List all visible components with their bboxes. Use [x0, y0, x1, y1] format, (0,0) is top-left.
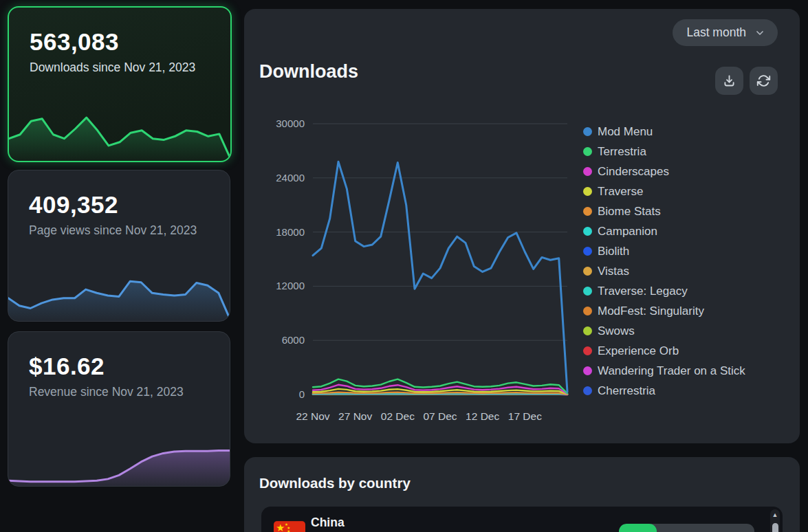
china-flag-icon: ★ ★ ★ ★ ★ [274, 521, 305, 532]
legend-label: Swows [598, 324, 635, 338]
legend-label: Biolith [598, 245, 629, 258]
x-axis-label: 02 Dec [381, 410, 415, 423]
x-axis-label: 27 Nov [338, 410, 372, 423]
legend-item-biolith[interactable]: Biolith [583, 241, 745, 261]
y-axis-label: 12000 [256, 280, 305, 291]
legend-dot [583, 207, 592, 216]
legend-dot [583, 247, 592, 256]
scroll-up-button[interactable]: ▲ [770, 511, 780, 518]
legend-dot [583, 386, 592, 395]
legend-item-modfest-singularity[interactable]: ModFest: Singularity [583, 301, 745, 321]
date-range-selector[interactable]: Last month [673, 19, 778, 46]
legend-item-terrestria[interactable]: Terrestria [583, 142, 745, 162]
country-list-scrollbar[interactable]: ▲ [770, 509, 780, 532]
export-chart-button[interactable] [715, 67, 743, 95]
country-name: China [311, 516, 345, 530]
legend-item-traverse-legacy[interactable]: Traverse: Legacy [583, 281, 745, 301]
legend-item-cinderscapes[interactable]: Cinderscapes [583, 162, 745, 181]
svg-text:★: ★ [276, 523, 285, 532]
x-axis-label: 12 Dec [466, 410, 499, 423]
legend-dot [583, 326, 592, 335]
x-axis-label: 17 Dec [508, 410, 542, 423]
legend-dot [583, 366, 592, 375]
downloads-line-chart[interactable] [313, 124, 567, 395]
legend-label: Traverse: Legacy [598, 285, 688, 298]
legend-label: Experience Orb [598, 344, 679, 358]
y-axis-label: 30000 [256, 118, 305, 129]
legend-item-wandering-trader-on-a-stick[interactable]: Wandering Trader on a Stick [583, 361, 745, 381]
country-download-bar-fill [619, 524, 657, 532]
refresh-chart-button[interactable] [750, 67, 778, 95]
page-views-sparkline [8, 270, 230, 321]
legend-dot [583, 147, 592, 156]
legend-dot [583, 287, 592, 296]
sparkline-area [9, 118, 230, 161]
downloads-total-value: 563,083 [30, 28, 230, 56]
x-axis-label: 22 Nov [296, 410, 329, 423]
y-axis-label: 0 [256, 388, 305, 400]
legend-label: Terrestria [598, 145, 646, 159]
legend-label: Traverse [598, 185, 643, 199]
country-download-bar [619, 524, 754, 532]
page-views-label: Page views since Nov 21, 2023 [29, 223, 206, 239]
country-row-china: ★ ★ ★ ★ ★ China [261, 507, 769, 532]
legend-label: Cinderscapes [598, 165, 669, 179]
legend-item-cherrestria[interactable]: Cherrestria [583, 381, 745, 401]
sparkline-area [8, 281, 230, 321]
legend-item-campanion[interactable]: Campanion [583, 221, 745, 241]
chart-legend: Mod MenuTerrestriaCinderscapesTraverseBi… [583, 122, 745, 401]
downloads-by-country-panel: Downloads by country ★ ★ ★ ★ ★ China ▲ [244, 457, 800, 532]
legend-label: Biome Stats [598, 205, 661, 219]
legend-dot [583, 127, 592, 136]
downloads-total-label: Downloads since Nov 21, 2023 [30, 60, 207, 76]
legend-dot [583, 307, 592, 315]
chevron-down-icon [754, 27, 765, 38]
legend-label: Campanion [598, 225, 657, 239]
legend-dot [583, 167, 592, 176]
country-panel-title: Downloads by country [259, 475, 411, 491]
download-icon [722, 74, 736, 88]
legend-dot [583, 346, 592, 355]
legend-item-biome-stats[interactable]: Biome Stats [583, 201, 745, 221]
legend-item-mod-menu[interactable]: Mod Menu [583, 122, 745, 142]
country-list[interactable]: ★ ★ ★ ★ ★ China ▲ [261, 507, 783, 532]
legend-item-vistas[interactable]: Vistas [583, 261, 745, 281]
y-axis-label: 6000 [256, 334, 305, 346]
legend-label: ModFest: Singularity [598, 304, 704, 318]
legend-dot [583, 267, 592, 276]
downloads-stat-card[interactable]: 563,083 Downloads since Nov 21, 2023 [8, 6, 232, 162]
legend-dot [583, 227, 592, 236]
revenue-sparkline [8, 432, 230, 486]
legend-item-experience-orb[interactable]: Experience Orb [583, 341, 745, 361]
legend-item-swows[interactable]: Swows [583, 321, 745, 341]
page-views-stat-card[interactable]: 409,352 Page views since Nov 21, 2023 [8, 170, 230, 322]
series-line-mod-menu [313, 162, 567, 392]
legend-label: Cherrestria [598, 384, 655, 398]
legend-item-traverse[interactable]: Traverse [583, 181, 745, 201]
downloads-sparkline [9, 102, 230, 161]
refresh-icon [756, 74, 771, 88]
scrollbar-thumb[interactable] [772, 523, 778, 532]
revenue-label: Revenue since Nov 21, 2023 [29, 384, 206, 400]
legend-label: Mod Menu [598, 125, 653, 139]
page-views-value: 409,352 [29, 191, 230, 219]
downloads-panel: Last month Downloads 0600012000180002400… [244, 9, 800, 443]
legend-dot [583, 187, 592, 196]
legend-label: Vistas [598, 265, 629, 278]
date-range-label: Last month [686, 25, 746, 40]
downloads-panel-title: Downloads [259, 61, 358, 82]
revenue-value: $16.62 [29, 353, 230, 380]
y-axis-label: 24000 [256, 172, 305, 184]
x-axis-label: 07 Dec [423, 410, 457, 423]
y-axis-label: 18000 [256, 226, 305, 238]
legend-label: Wandering Trader on a Stick [598, 364, 745, 378]
revenue-stat-card[interactable]: $16.62 Revenue since Nov 21, 2023 [8, 331, 230, 487]
